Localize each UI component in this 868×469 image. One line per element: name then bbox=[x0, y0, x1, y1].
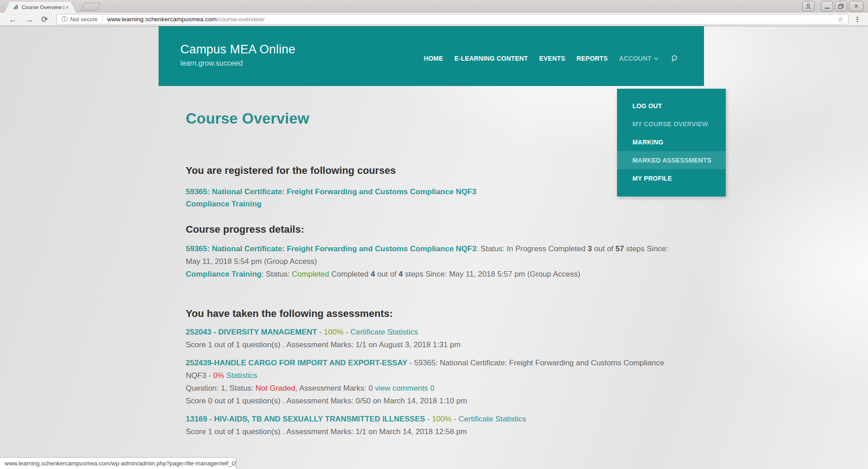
assessment-score-line: Score 1 out of 1 question(s) . Assessmen… bbox=[186, 427, 467, 436]
menu-item-marking[interactable]: MARKING bbox=[617, 133, 726, 151]
browser-menu-icon[interactable]: ⋮ bbox=[854, 15, 861, 24]
steps-total: 4 bbox=[399, 270, 403, 278]
statistics-link[interactable]: Statistics bbox=[495, 415, 526, 423]
progress-course-link[interactable]: Compliance Training bbox=[186, 270, 261, 278]
progress-course-link[interactable]: 59365: National Certificate: Freight For… bbox=[186, 244, 476, 253]
url-path: /course-overview/ bbox=[217, 16, 265, 23]
window-controls: ✕ bbox=[802, 1, 863, 11]
assessment-title-link[interactable]: 252043 - DIVERSITY MANAGEMENT bbox=[186, 328, 317, 336]
steps-done: 4 bbox=[371, 270, 375, 278]
registered-course-list: 59365: National Certificate: Freight For… bbox=[186, 186, 677, 210]
nav-item-home[interactable]: HOME bbox=[424, 55, 443, 62]
assessment-score-percent: 0% bbox=[213, 371, 224, 380]
browser-toolbar: ← → ⟳ ⓘ Not secure www.learning.schenker… bbox=[0, 13, 868, 26]
progress-heading: Course progress details: bbox=[186, 223, 677, 236]
assessment-title-link[interactable]: 13169 - HIV-AIDS, TB AND SEXUALLY TRANSM… bbox=[186, 415, 425, 423]
chevron-down-icon bbox=[654, 56, 659, 60]
search-button[interactable] bbox=[671, 55, 679, 62]
course-link-compliance-training[interactable]: Compliance Training bbox=[186, 200, 261, 208]
status-completed: Completed bbox=[292, 270, 329, 278]
reload-button[interactable]: ⟳ bbox=[41, 15, 48, 24]
minimize-button[interactable] bbox=[821, 1, 833, 11]
url-host: www.learning.schenkercampusmea.com bbox=[107, 16, 217, 23]
tab-close-icon[interactable]: × bbox=[65, 5, 69, 10]
menu-item-my-profile[interactable]: MY PROFILE bbox=[617, 169, 726, 187]
status-not-graded: Not Graded, bbox=[256, 384, 298, 392]
site-tagline: learn.grow.succeed bbox=[180, 59, 295, 67]
view-comments-link[interactable]: view comments 0 bbox=[375, 384, 434, 392]
assessment-score-percent: 100% bbox=[324, 328, 343, 336]
web-page: Campus MEA Online learn.grow.succeed HOM… bbox=[0, 26, 868, 469]
url-divider bbox=[102, 16, 103, 23]
person-icon bbox=[805, 3, 812, 10]
statistics-link[interactable]: Statistics bbox=[227, 371, 257, 380]
close-icon: ✕ bbox=[854, 3, 859, 10]
site-title: Campus MEA Online bbox=[180, 43, 295, 57]
assessment-score-line: Score 0 out of 1 question(s) . Assessmen… bbox=[186, 397, 467, 405]
site-header: Campus MEA Online learn.grow.succeed HOM… bbox=[159, 26, 704, 86]
assessment-item: 13169 - HIV-AIDS, TB AND SEXUALLY TRANSM… bbox=[186, 413, 677, 438]
assessment-score-percent: 100% bbox=[432, 415, 451, 423]
account-dropdown-menu: LOG OUT MY COURSE OVERVIEW MARKING MARKE… bbox=[617, 89, 726, 196]
browser-window: Course Overview | Campu × ✕ ← → bbox=[0, 0, 868, 469]
assessment-title-link[interactable]: 252439-HANDLE CARGO FOR IMPORT AND EXPOR… bbox=[186, 359, 407, 367]
address-bar[interactable]: ⓘ Not secure www.learning.schenkercampus… bbox=[57, 14, 849, 24]
course-progress-details: 59365: National Certificate: Freight For… bbox=[186, 243, 677, 281]
status-bar: www.learning.schenkercampusmea.com/wp-ad… bbox=[0, 457, 236, 469]
browser-tab-bar: Course Overview | Campu × ✕ bbox=[0, 0, 868, 13]
course-link-freight-forwarding[interactable]: 59365: National Certificate: Freight For… bbox=[186, 187, 476, 196]
site-logo[interactable]: Campus MEA Online learn.grow.succeed bbox=[180, 43, 295, 67]
minimize-icon bbox=[825, 8, 829, 9]
steps-done: 3 bbox=[588, 244, 592, 253]
certificate-link[interactable]: Certificate bbox=[458, 415, 493, 423]
browser-profile-button[interactable] bbox=[802, 1, 815, 11]
forward-button[interactable]: → bbox=[25, 15, 33, 24]
main-nav: HOME E-LEARNING CONTENT EVENTS REPORTS A… bbox=[424, 26, 679, 86]
assessment-item: 252439-HANDLE CARGO FOR IMPORT AND EXPOR… bbox=[186, 357, 677, 407]
progress-status-text: : Status: In Progress Completed bbox=[476, 244, 588, 253]
registered-courses-heading: You are registered for the following cou… bbox=[186, 164, 677, 177]
close-button[interactable]: ✕ bbox=[849, 1, 863, 11]
assessment-score-line: Score 1 out of 1 question(s) . Assessmen… bbox=[186, 340, 461, 349]
restore-button[interactable] bbox=[835, 1, 847, 11]
steps-total: 57 bbox=[616, 244, 624, 253]
page-column: Campus MEA Online learn.grow.succeed HOM… bbox=[159, 26, 704, 438]
browser-tab[interactable]: Course Overview | Campu × bbox=[5, 2, 76, 13]
security-label: Not secure bbox=[70, 16, 97, 23]
page-title: Course Overview bbox=[186, 110, 677, 128]
status-bar-url: www.learning.schenkercampusmea.com/wp-ad… bbox=[5, 460, 236, 467]
new-tab-button[interactable] bbox=[80, 3, 101, 10]
assessments-heading: You have taken the following assessments… bbox=[186, 307, 677, 321]
nav-item-elearning-content[interactable]: E-LEARNING CONTENT bbox=[454, 55, 528, 62]
site-favicon-icon bbox=[13, 4, 19, 10]
certificate-link[interactable]: Certificate bbox=[350, 328, 385, 336]
menu-item-my-course-overview[interactable]: MY COURSE OVERVIEW bbox=[617, 115, 726, 133]
tab-title: Course Overview | Campu bbox=[22, 5, 65, 10]
info-icon[interactable]: ⓘ bbox=[62, 15, 68, 24]
nav-item-events[interactable]: EVENTS bbox=[539, 55, 565, 62]
nav-item-account[interactable]: ACCOUNT bbox=[619, 55, 658, 62]
nav-item-reports[interactable]: REPORTS bbox=[577, 55, 608, 62]
bookmark-star-icon[interactable]: ☆ bbox=[838, 15, 844, 24]
statistics-link[interactable]: Statistics bbox=[387, 328, 418, 336]
assessment-item: 252043 - DIVERSITY MANAGEMENT - 100% - C… bbox=[186, 326, 677, 351]
menu-item-log-out[interactable]: LOG OUT bbox=[617, 97, 726, 115]
back-button[interactable]: ← bbox=[9, 15, 17, 24]
search-icon bbox=[671, 55, 679, 62]
restore-icon bbox=[838, 4, 844, 9]
menu-item-marked-assessments[interactable]: MARKED ASSESSMENTS bbox=[617, 151, 726, 169]
group-access-label: (Group Access) bbox=[264, 257, 317, 266]
